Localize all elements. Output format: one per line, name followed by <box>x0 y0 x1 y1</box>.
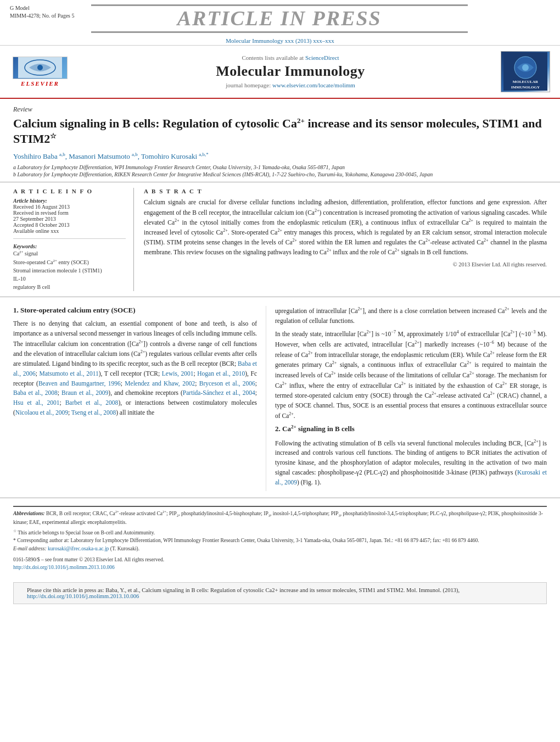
body-left-col: 1. Store-operated calcium entry (SOCE) T… <box>13 306 266 491</box>
ref-nicolaou2009[interactable]: Nicolaou et al., 2009 <box>15 409 68 416</box>
keywords-block: Keywords: Ca2+ signal Store-operated Ca2… <box>13 243 126 291</box>
svg-text:IMMUNOLOGY: IMMUNOLOGY <box>511 85 540 90</box>
citation-bar: Please cite this article in press as: Ba… <box>13 582 547 604</box>
authors: Yoshihiro Baba a,b, Masanori Matsumoto a… <box>13 152 547 161</box>
review-label: Review <box>13 105 547 114</box>
journal-logo-right: MOLECULAR IMMUNOLOGY <box>501 51 550 92</box>
keywords-label: Keywords: <box>13 243 126 249</box>
email-line: E-mail address: kurosaki@ifrec.osaka-u.a… <box>13 545 547 553</box>
elsevier-logo: ELSEVIER <box>10 57 70 87</box>
gmodel-info: G Model MIMM-4278; No. of Pages 5 <box>10 4 75 20</box>
body-content: 1. Store-operated calcium entry (SOCE) T… <box>0 297 560 491</box>
journal-center: Contents lists available at ScienceDirec… <box>80 54 501 88</box>
doi-text: 0161-5890/$ – see front matter © 2013 El… <box>13 557 164 562</box>
ref-matsumoto2011[interactable]: Matsumoto et al., 2011 <box>40 370 99 377</box>
email-label: E-mail address: <box>13 546 47 551</box>
journal-header: ELSEVIER Contents lists available at Sci… <box>0 46 560 99</box>
section1-right-para2: In the steady state, intracellular [Ca2+… <box>275 329 547 421</box>
sciencedirect-text: Contents lists available at <box>242 54 304 61</box>
ref-baba2008[interactable]: Baba et al., 2008 <box>13 389 58 396</box>
sciencedirect-line: Contents lists available at ScienceDirec… <box>80 54 501 61</box>
article-info-col: A R T I C L E I N F O Article history: R… <box>13 188 134 291</box>
article-title: Calcium signaling in B cells: Regulation… <box>13 116 547 147</box>
svg-text:MOLECULAR: MOLECULAR <box>513 80 539 84</box>
section1-title: 1. Store-operated calcium entry (SOCE) <box>13 306 257 315</box>
section2-title: 2. Ca2+ signaling in B cells <box>275 424 547 433</box>
citation-text: Please cite this article in press as: Ba… <box>27 587 460 593</box>
page-wrapper: G Model MIMM-4278; No. of Pages 5 ARTICL… <box>0 0 560 604</box>
journal-link-bar: Molecular Immunology xxx (2013) xxx–xxx <box>0 35 560 46</box>
ref-melendez2002[interactable]: Melendez and Khaw, 2002 <box>125 380 195 387</box>
email-suffix: (T. Kurosaki). <box>110 546 139 551</box>
ref-braun2009[interactable]: Braun et al., 2009 <box>61 389 108 396</box>
ref-bryceson2006[interactable]: Bryceson et al., 2006 <box>199 380 255 387</box>
corresponding-label: Corresponding author at: <box>17 538 69 543</box>
abstract-text: Calcium signals are crucial for diverse … <box>144 198 547 257</box>
svg-point-2 <box>37 65 43 70</box>
article-info-abstract: A R T I C L E I N F O Article history: R… <box>0 182 560 291</box>
revised-date-display: 27 September 2013 <box>13 216 126 222</box>
svg-point-5 <box>522 64 529 71</box>
revised-text: Received in revised form <box>13 210 126 216</box>
abstract-heading: A B S T R A C T <box>144 188 547 194</box>
section2-para1: Following the activating stimulation of … <box>275 438 547 488</box>
journal-link-text: Molecular Immunology xxx (2013) xxx–xxx <box>226 37 334 44</box>
ref-barbet2008[interactable]: Barbet et al., 2008 <box>65 399 119 406</box>
ref-hogan2010[interactable]: Hogan et al., 2010 <box>197 370 245 377</box>
keyword-1: Ca2+ signal <box>13 249 126 258</box>
star-note: ☆ This article belongs to Special Issue … <box>13 528 547 537</box>
email-link[interactable]: kurosaki@ifrec.osaka-u.ac.jp <box>48 546 109 551</box>
abbreviations-text: Abbreviations: BCR, B cell receptor; CRA… <box>13 509 547 526</box>
keyword-3: Stromal interaction molecule 1 (STIM1) <box>13 266 126 275</box>
doi-line: 0161-5890/$ – see front matter © 2013 El… <box>13 556 547 564</box>
ref-tseng2008[interactable]: Tseng et al., 2008 <box>71 409 116 416</box>
elsevier-text: ELSEVIER <box>21 80 59 87</box>
received-date: Received 16 August 2013 <box>13 204 126 210</box>
article-in-press-banner: ARTICLE IN PRESS <box>91 4 468 33</box>
abbrev-label: Abbreviations: <box>13 511 45 516</box>
keyword-2: Store-operated Ca2+ entry (SOCE) <box>13 258 126 266</box>
affiliation-b: b Laboratory for Lymphocyte Differentiat… <box>13 171 547 177</box>
body-right-col: upregulation of intracellular [Ca2+], an… <box>266 306 547 491</box>
article-history: Article history: Received 16 August 2013… <box>13 198 126 234</box>
corresponding-author: * Corresponding author at: Laboratory fo… <box>13 537 547 544</box>
journal-title: Molecular Immunology <box>80 63 501 80</box>
sciencedirect-link-text[interactable]: ScienceDirect <box>305 54 339 61</box>
available-online: Available online xxx <box>13 228 126 234</box>
homepage-link[interactable]: www.elsevier.com/locate/molimm <box>272 82 355 88</box>
keyword-5: regulatory B cell <box>13 283 126 291</box>
keyword-4: IL-10 <box>13 275 126 283</box>
section1-para1: There is no denying that calcium, an ess… <box>13 319 257 418</box>
abstract-col: A B S T R A C T Calcium signals are cruc… <box>134 188 547 291</box>
mimm-label: MIMM-4278; No. of Pages 5 <box>10 12 75 20</box>
doi-link-line: http://dx.doi.org/10.1016/j.molimm.2013.… <box>13 564 547 571</box>
history-label: Article history: <box>13 198 126 204</box>
ref-lewis2001[interactable]: Lewis, 2001 <box>162 370 194 377</box>
review-section: Review Calcium signaling in B cells: Reg… <box>0 99 560 178</box>
ref-hsu2001[interactable]: Hsu et al., 2001 <box>13 399 60 406</box>
article-info-heading: A R T I C L E I N F O <box>13 188 126 194</box>
gmodel-label: G Model <box>10 4 75 12</box>
accepted-date: Accepted 8 October 2013 <box>13 222 126 228</box>
doi-link[interactable]: http://dx.doi.org/10.1016/j.molimm.2013.… <box>13 565 115 570</box>
section1-right-para1: upregulation of intracellular [Ca2+], an… <box>275 306 547 326</box>
affiliation-a: a Laboratory for Lymphocyte Differentiat… <box>13 164 547 170</box>
citation-link[interactable]: http://dx.doi.org/10.1016/j.molimm.2013.… <box>27 593 139 599</box>
journal-homepage: journal homepage: www.elsevier.com/locat… <box>80 82 501 88</box>
homepage-label: journal homepage: <box>226 82 271 88</box>
footnotes-section: Abbreviations: BCR, B cell receptor; CRA… <box>0 498 560 576</box>
elsevier-logo-img <box>13 57 68 79</box>
copyright: © 2013 Elsevier Ltd. All rights reserved… <box>144 261 547 267</box>
header-top: G Model MIMM-4278; No. of Pages 5 ARTICL… <box>0 0 560 35</box>
ref-partida2004[interactable]: Partida-Sánchez et al., 2004 <box>183 389 255 396</box>
ref-beaven1996[interactable]: Beaven and Baumgartner, 1996 <box>38 380 121 387</box>
ref-kurosaki2009[interactable]: Kurosaki et al., 2009 <box>275 469 547 486</box>
